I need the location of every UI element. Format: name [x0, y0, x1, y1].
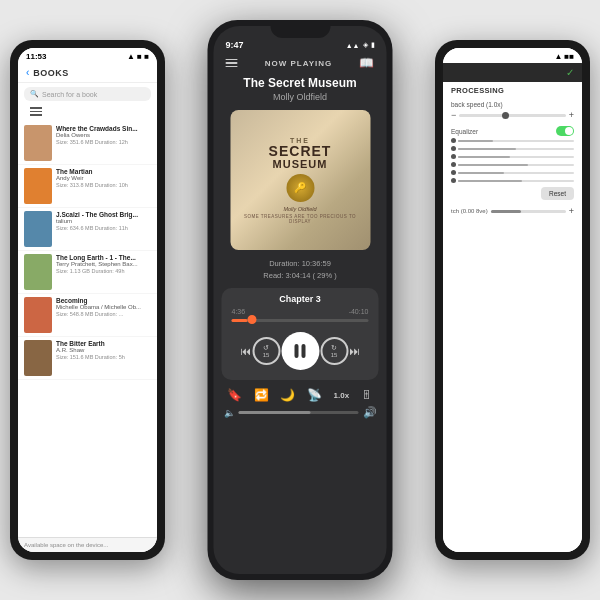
- left-search-bar[interactable]: 🔍 Search for a book: [24, 87, 151, 101]
- equalizer-toggle[interactable]: [556, 126, 574, 136]
- book-title-1: Where the Crawdads Sin...: [56, 125, 151, 133]
- eq-bar-5[interactable]: [451, 170, 574, 175]
- menu-icon[interactable]: [30, 107, 145, 116]
- list-item[interactable]: The Bitter Earth A.R. Shaw Size: 151.6 M…: [18, 337, 157, 380]
- art-museum-text: MUSEUM: [240, 158, 360, 170]
- playback-speed-row: back speed (1.0x) − +: [451, 101, 574, 120]
- speed-slider[interactable]: [459, 114, 565, 117]
- checkmark-icon[interactable]: ✓: [566, 67, 574, 78]
- eq-track-6[interactable]: [458, 180, 574, 182]
- list-item[interactable]: The Martian Andy Weir Size: 313.8 MB Dur…: [18, 165, 157, 208]
- chapter-title: Chapter 3: [232, 294, 369, 304]
- book-info-2: The Martian Andy Weir Size: 313.8 MB Dur…: [56, 168, 151, 189]
- eq-track-5[interactable]: [458, 172, 574, 174]
- eq-dot-2: [451, 146, 456, 151]
- status-icons: ▲▲ ◈ ▮: [346, 41, 375, 49]
- eq-bar-2[interactable]: [451, 146, 574, 151]
- center-phone: 9:47 ▲▲ ◈ ▮ NOW PLAYING 📖 The Secret Mus…: [208, 20, 393, 580]
- skip-back-button[interactable]: ↺ 15: [252, 337, 280, 365]
- list-item[interactable]: J.Scalzi - The Ghost Brig... talium Size…: [18, 208, 157, 251]
- equalizer-icon[interactable]: 🎚: [361, 388, 373, 402]
- progress-bar[interactable]: [232, 319, 369, 322]
- eq-bar-4[interactable]: [451, 162, 574, 167]
- book-cover-2: [24, 168, 52, 204]
- time-row: 4:36 -40:10: [232, 308, 369, 315]
- book-author-5: Michelle Obama / Michelle Ob...: [56, 304, 151, 310]
- volume-high-icon: 🔊: [363, 406, 377, 419]
- fast-forward-button[interactable]: ⏭: [349, 345, 360, 357]
- book-title-3: J.Scalzi - The Ghost Brig...: [56, 211, 151, 219]
- skip-back-label: 15: [263, 352, 270, 358]
- art-tagline-text: SOME TREASURES ARE TOO PRECIOUS TO DISPL…: [240, 214, 360, 224]
- book-meta-1: Size: 351.6 MB Duration: 12h: [56, 139, 151, 145]
- hamburger-icon[interactable]: [226, 59, 238, 68]
- track-info: The Secret Museum Molly Oldfield: [214, 74, 387, 106]
- airplay-icon[interactable]: 📡: [307, 388, 322, 402]
- time-elapsed: 4:36: [232, 308, 246, 315]
- search-input-placeholder: Search for a book: [42, 91, 97, 98]
- equalizer-label: Equalizer: [451, 128, 478, 135]
- book-info-4: The Long Earth - 1 - The... Terry Pratch…: [56, 254, 151, 275]
- bookmark-icon[interactable]: 🔖: [227, 388, 242, 402]
- pause-button[interactable]: [281, 332, 319, 370]
- pitch-plus-button[interactable]: +: [569, 206, 574, 216]
- eq-track-2[interactable]: [458, 148, 574, 150]
- eq-track-3[interactable]: [458, 156, 574, 158]
- rewind-button[interactable]: ⏮: [240, 345, 251, 357]
- book-title-5: Becoming: [56, 297, 151, 305]
- book-info-6: The Bitter Earth A.R. Shaw Size: 151.6 M…: [56, 340, 151, 361]
- pause-icon: [295, 344, 306, 358]
- pitch-fill: [491, 210, 521, 213]
- book-info-5: Becoming Michelle Obama / Michelle Ob...…: [56, 297, 151, 318]
- speed-slider-knob: [502, 112, 509, 119]
- album-art: THE SECRET MUSEUM 🔑 Molly Oldfield SOME …: [230, 110, 370, 250]
- reset-button[interactable]: Reset: [541, 187, 574, 200]
- skip-forward-button[interactable]: ↻ 15: [320, 337, 348, 365]
- book-icon[interactable]: 📖: [359, 56, 374, 70]
- right-screen: ▲ ■■ ✓ PROCESSING back speed (1.0x) − +: [443, 48, 582, 552]
- book-meta-2: Size: 313.8 MB Duration: 10h: [56, 182, 151, 188]
- list-item[interactable]: Where the Crawdads Sin... Delia Owens Si…: [18, 122, 157, 165]
- right-content: back speed (1.0x) − + Equalizer: [443, 97, 582, 552]
- speed-plus-button[interactable]: +: [569, 110, 574, 120]
- book-meta-5: Size: 548.8 MB Duration: ...: [56, 311, 151, 317]
- eq-track-4[interactable]: [458, 164, 574, 166]
- list-item[interactable]: Becoming Michelle Obama / Michelle Ob...…: [18, 294, 157, 337]
- back-arrow-icon[interactable]: ‹: [26, 67, 29, 78]
- track-title: The Secret Museum: [224, 76, 377, 90]
- search-icon: 🔍: [30, 90, 39, 98]
- book-author-1: Delia Owens: [56, 132, 151, 138]
- pitch-slider[interactable]: [491, 210, 566, 213]
- right-status-bar: ▲ ■■: [443, 48, 582, 63]
- book-info-3: J.Scalzi - The Ghost Brig... talium Size…: [56, 211, 151, 232]
- eq-bar-1[interactable]: [451, 138, 574, 143]
- rewind-icon: ⏮: [240, 345, 251, 357]
- read-label: Read: 3:04:14 ( 29% ): [224, 270, 377, 282]
- speed-button[interactable]: 1.0x: [334, 391, 350, 400]
- book-meta-4: Size: 1.13 GB Duration: 49h: [56, 268, 151, 274]
- speed-minus-button[interactable]: −: [451, 110, 456, 120]
- now-playing-header: NOW PLAYING 📖: [214, 54, 387, 74]
- toggle-knob: [565, 127, 573, 135]
- sleep-icon[interactable]: 🌙: [280, 388, 295, 402]
- notch: [270, 20, 330, 38]
- eq-dot-4: [451, 162, 456, 167]
- repeat-icon[interactable]: 🔁: [254, 388, 269, 402]
- playback-controls: ⏮ ↺ 15 ↻ 15: [232, 328, 369, 374]
- eq-bar-3[interactable]: [451, 154, 574, 159]
- pitch-row: tch (0.00 8ve) +: [451, 206, 574, 216]
- center-screen: 9:47 ▲▲ ◈ ▮ NOW PLAYING 📖 The Secret Mus…: [214, 26, 387, 574]
- art-medallion: 🔑: [286, 174, 314, 202]
- time-remaining: -40:10: [349, 308, 369, 315]
- equalizer-label-row: Equalizer: [451, 126, 574, 136]
- eq-bar-6[interactable]: [451, 178, 574, 183]
- duration-label: Duration: 10:36:59: [224, 258, 377, 270]
- fast-forward-icon: ⏭: [349, 345, 360, 357]
- right-header: ✓: [443, 63, 582, 82]
- playback-speed-slider-row: − +: [451, 110, 574, 120]
- book-author-2: Andy Weir: [56, 175, 151, 181]
- progress-fill: [232, 319, 248, 322]
- list-item[interactable]: The Long Earth - 1 - The... Terry Pratch…: [18, 251, 157, 294]
- eq-track-1[interactable]: [458, 140, 574, 142]
- volume-slider[interactable]: [239, 411, 359, 414]
